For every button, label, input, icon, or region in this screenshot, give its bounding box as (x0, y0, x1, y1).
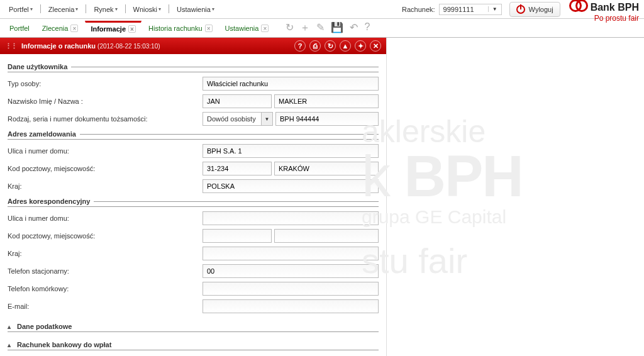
field-typ-osoby[interactable] (203, 77, 379, 91)
field-reg-miasto[interactable] (274, 162, 379, 175)
info-panel: ⋮⋮ Informacje o rachunku (2012-08-22 15:… (0, 38, 387, 356)
select-dok-typ[interactable]: Dowód osobisty ▼ (203, 112, 273, 126)
label-nazwisko: Nazwisko Imię / Nazwa : (8, 97, 203, 105)
row-nazwisko: Nazwisko Imię / Nazwa : (8, 94, 379, 109)
label-tel-st: Telefon stacjonarny: (8, 267, 203, 275)
account-select[interactable]: 99991111 ▼ (439, 4, 502, 15)
row-dokument: Rodzaj, seria i numer dokumentu tożsamoś… (8, 111, 379, 126)
edit-icon[interactable]: ✎ (316, 21, 325, 35)
menu-separator (125, 4, 126, 13)
toolbar-icons: ↻ ＋ ✎ 💾 ↶ ? (286, 21, 370, 35)
panel-collapse-icon[interactable]: ▲ (340, 40, 351, 52)
add-icon[interactable]: ＋ (300, 21, 310, 35)
field-cor-ulica[interactable] (203, 211, 379, 225)
tab-portfel[interactable]: Portfel (4, 21, 35, 35)
logo-mark-icon (569, 0, 587, 13)
chevron-up-icon: ▴ (8, 323, 11, 330)
section-tax-label: Dane podatkowe (17, 323, 72, 330)
chevron-up-icon: ▴ (8, 342, 11, 348)
top-bar: Portfel Zlecenia Rynek Wnioski Ustawieni… (0, 0, 644, 19)
label-dokument: Rodzaj, seria i numer dokumentu tożsamoś… (8, 115, 203, 123)
tabs-row: Portfel Zlecenia× Informacje× Historia r… (0, 19, 644, 38)
close-icon[interactable]: × (70, 25, 78, 32)
tab-label: Zlecenia (42, 25, 69, 32)
field-dok-nr[interactable] (275, 112, 379, 126)
menu-zlecenia[interactable]: Zlecenia (45, 4, 82, 14)
tab-historia[interactable]: Historia rachunku× (143, 21, 218, 35)
select-dok-typ-value: Dowód osobisty (203, 115, 261, 123)
logout-label: Wyloguj (529, 6, 553, 13)
refresh-icon[interactable]: ↻ (286, 21, 294, 35)
field-cor-miasto[interactable] (274, 229, 379, 243)
help-icon[interactable]: ? (364, 21, 370, 35)
menu-separator (169, 4, 169, 13)
label-email: E-mail: (8, 303, 203, 310)
label-tel-kom: Telefon komórkowy: (8, 285, 203, 292)
undo-icon[interactable]: ↶ (350, 21, 358, 35)
account-label: Rachunek: (402, 6, 435, 13)
field-reg-kraj[interactable] (203, 179, 379, 193)
account-value: 99991111 (443, 6, 474, 13)
panel-close-icon[interactable]: ✕ (370, 40, 381, 52)
brand-logo: Biuro Maklerskie Bank BPH Po prostu fair (569, 0, 639, 23)
power-icon (516, 5, 525, 14)
panel-title: Informacje o rachunku (21, 42, 96, 50)
menu-rynek[interactable]: Rynek (90, 4, 121, 14)
row-typ-osoby: Typ osoby: (8, 76, 379, 91)
menu-separator (40, 4, 41, 13)
tab-label: Historia rachunku (148, 25, 203, 32)
tab-zlecenia[interactable]: Zlecenia× (36, 21, 84, 35)
panel-refresh-icon[interactable]: ↻ (325, 40, 336, 52)
menu-separator (86, 4, 86, 13)
section-addr-reg: Adres zameldowania (8, 130, 379, 140)
section-user: Dane użytkownika (8, 63, 379, 72)
label-cor-ulica: Ulica i numer domu: (8, 214, 203, 222)
field-reg-kod[interactable] (203, 162, 272, 175)
panel-header: ⋮⋮ Informacje o rachunku (2012-08-22 15:… (0, 38, 386, 54)
section-addr-cor: Adres korespondencyjny (8, 197, 379, 207)
label-kod: Kod pocztowy, miejscowość: (8, 165, 203, 172)
panel-timestamp: (2012-08-22 15:03:10) (97, 43, 160, 50)
logout-button[interactable]: Wyloguj (509, 2, 560, 17)
label-typ-osoby: Typ osoby: (8, 80, 203, 87)
menu-wnioski[interactable]: Wnioski (130, 4, 165, 14)
close-icon[interactable]: × (128, 25, 136, 33)
field-imie[interactable] (203, 94, 272, 108)
panel-pin-icon[interactable]: ✦ (355, 40, 366, 52)
chevron-down-icon: ▼ (261, 113, 272, 125)
tab-label: Informacje (91, 25, 126, 33)
grip-icon[interactable]: ⋮⋮ (5, 42, 16, 50)
menu-portfel[interactable]: Portfel (5, 4, 36, 14)
field-nazwisko[interactable] (274, 94, 379, 108)
section-bank-in[interactable]: ▴Rachunek bankowy do wpłat (8, 341, 379, 350)
chevron-down-icon: ▼ (488, 6, 497, 12)
main-menu: Portfel Zlecenia Rynek Wnioski Ustawieni… (5, 4, 218, 14)
field-cor-kraj[interactable] (203, 247, 379, 260)
brand-line2: Bank BPH (591, 2, 639, 13)
tab-ustawienia[interactable]: Ustawienia× (219, 21, 275, 35)
panel-print-icon[interactable]: ⎙ (309, 40, 321, 52)
label-ulica: Ulica i numer domu: (8, 147, 203, 155)
panel-help-icon[interactable]: ? (294, 40, 306, 52)
brand-tagline: Po prostu fair (569, 14, 639, 23)
close-icon[interactable]: × (261, 25, 269, 32)
tab-label: Ustawienia (225, 25, 259, 32)
tab-informacje[interactable]: Informacje× (85, 21, 142, 35)
label-cor-kraj: Kraj: (8, 250, 203, 257)
field-tel-kom[interactable] (203, 282, 379, 296)
right-panel: aklerskie k BPH grupa GE Capital stu fai… (387, 38, 644, 356)
save-icon[interactable]: 💾 (331, 21, 343, 35)
field-email[interactable] (203, 299, 379, 313)
field-cor-kod[interactable] (203, 229, 272, 243)
label-cor-kod: Kod pocztowy, miejscowość: (8, 232, 203, 240)
menu-ustawienia[interactable]: Ustawienia (173, 4, 218, 14)
field-reg-ulica[interactable] (203, 144, 379, 158)
section-tax[interactable]: ▴Dane podatkowe (8, 323, 379, 332)
label-kraj: Kraj: (8, 182, 203, 190)
section-bank-in-label: Rachunek bankowy do wpłat (17, 341, 111, 348)
form-body: Dane użytkownika Typ osoby: Nazwisko Imi… (0, 54, 386, 356)
close-icon[interactable]: × (205, 25, 213, 32)
tab-label: Portfel (9, 25, 30, 32)
field-tel-st[interactable] (203, 264, 379, 278)
content-area: ⋮⋮ Informacje o rachunku (2012-08-22 15:… (0, 38, 644, 356)
